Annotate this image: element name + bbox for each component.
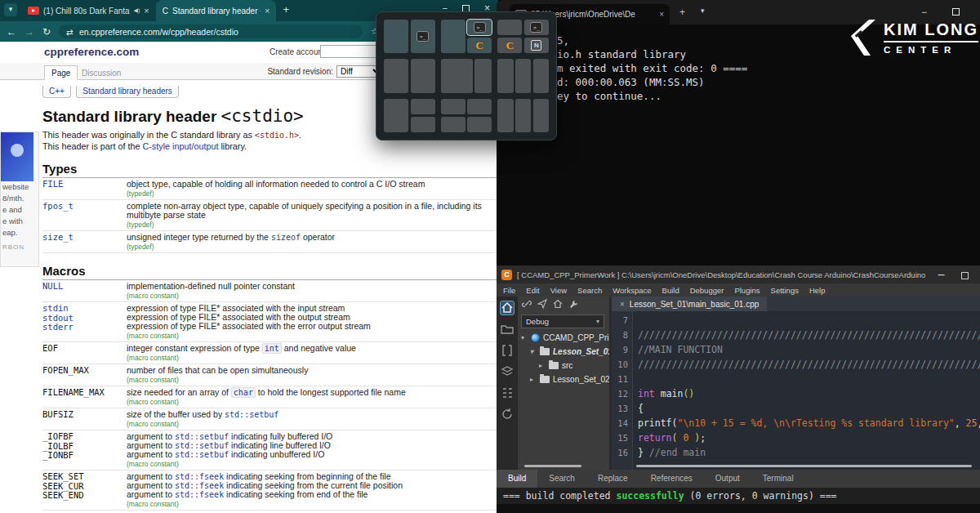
snap-layout-tile[interactable] xyxy=(441,59,492,92)
text-span[interactable]: char xyxy=(231,387,256,398)
audio-speaker-icon[interactable]: ◀) xyxy=(134,7,140,14)
snap-zone[interactable] xyxy=(497,59,513,92)
breadcrumb-headers[interactable]: Standard library headers xyxy=(76,86,179,98)
editor-scrollbar[interactable] xyxy=(636,465,972,467)
snap-zone[interactable] xyxy=(441,59,473,92)
breadcrumb-cpp[interactable]: C++ xyxy=(42,86,71,98)
editor-tab[interactable]: × Lesson_Set_01\main_basic_01.cpp xyxy=(612,297,767,311)
tab-discussion[interactable]: Discussion xyxy=(82,69,121,78)
ide-maximize-button[interactable] xyxy=(961,272,969,279)
inline-link[interactable]: std::setbuf xyxy=(175,441,229,450)
new-tab-button[interactable]: + xyxy=(276,0,296,21)
menu-workspace[interactable]: Workspace xyxy=(612,286,651,295)
tree-item[interactable]: ▸Lesson_Set_02 xyxy=(518,372,609,386)
terminal-body[interactable]: 5,io.h standard librarym exited with exi… xyxy=(497,25,980,266)
bottom-tab-search[interactable]: Search xyxy=(537,470,586,488)
ide-minimize-button[interactable]: − xyxy=(938,268,945,283)
snap-zone[interactable] xyxy=(441,99,466,114)
outline-panel-icon[interactable] xyxy=(501,386,514,399)
snap-zone[interactable] xyxy=(474,59,492,92)
tree-item[interactable]: ▾CCAMD_CPP_Prin xyxy=(518,331,609,345)
text-span[interactable]: int xyxy=(262,343,282,354)
snap-zone[interactable]: >_ xyxy=(524,20,549,35)
bottom-tab-build[interactable]: Build xyxy=(497,470,537,488)
snap-zone[interactable]: >_ xyxy=(467,20,492,35)
menu-help[interactable]: Help xyxy=(809,286,826,295)
inline-link[interactable]: std::setbuf xyxy=(225,410,278,419)
sidebar-scrollbar[interactable] xyxy=(524,465,581,467)
link-icon[interactable] xyxy=(522,297,532,312)
snap-layout-tile[interactable] xyxy=(384,59,435,92)
bottom-tab-references[interactable]: References xyxy=(639,470,704,488)
row-name-link[interactable]: FILE xyxy=(42,180,127,190)
snap-zone[interactable] xyxy=(384,99,408,132)
snap-zone[interactable] xyxy=(497,20,522,35)
wrench-icon[interactable] xyxy=(568,297,578,312)
site-logo[interactable]: cppreference.com xyxy=(44,46,139,58)
snap-zone[interactable]: N xyxy=(524,38,549,53)
snap-layout-tile[interactable] xyxy=(384,99,435,132)
snap-zone[interactable] xyxy=(515,99,531,132)
menu-build[interactable]: Build xyxy=(662,286,679,295)
tab-close-icon[interactable]: × xyxy=(265,6,270,16)
tree-expander-icon[interactable]: ▸ xyxy=(539,362,546,369)
menu-edit[interactable]: Edit xyxy=(526,286,539,295)
tab-page[interactable]: Page xyxy=(44,65,78,80)
editor-tab-close-icon[interactable]: × xyxy=(620,300,625,309)
menu-settings[interactable]: Settings xyxy=(771,286,799,295)
row-name-link[interactable]: stdin xyxy=(42,304,127,314)
inline-link[interactable]: C-style input/output xyxy=(142,141,218,151)
layers-panel-icon[interactable] xyxy=(501,365,514,378)
menu-search[interactable]: Search xyxy=(577,286,602,295)
bottom-tab-output[interactable]: Output xyxy=(704,470,751,488)
snap-layout-tile[interactable]: >_ xyxy=(384,20,435,53)
snap-zone[interactable] xyxy=(467,117,492,132)
snap-zone[interactable] xyxy=(441,20,466,53)
snap-zone[interactable] xyxy=(533,99,549,132)
snap-zone[interactable] xyxy=(515,59,531,92)
inline-link[interactable]: sizeof xyxy=(271,233,301,242)
bottom-tab-terminal[interactable]: Terminal xyxy=(751,470,805,488)
snap-zone[interactable] xyxy=(411,59,435,92)
tree-expander-icon[interactable]: ▾ xyxy=(521,334,528,341)
reload-icon[interactable]: ↻ xyxy=(42,26,51,38)
browser-tab[interactable]: (1) Chill 80s Dark Fanta◀)× xyxy=(21,0,156,21)
row-name-link[interactable]: NULL xyxy=(42,282,127,292)
inline-link[interactable]: std::setbuf xyxy=(175,432,229,441)
menu-view[interactable]: View xyxy=(550,286,567,295)
snap-zone[interactable] xyxy=(467,99,492,114)
snap-zone[interactable] xyxy=(533,59,549,92)
tree-item[interactable]: ▾Lesson_Set_01 xyxy=(518,345,609,359)
tree-expander-icon[interactable]: ▸ xyxy=(530,376,537,383)
inline-link[interactable]: std::fseek xyxy=(175,472,224,481)
build-config-select[interactable]: Debug▾ xyxy=(521,314,604,328)
row-name-link[interactable]: stderr xyxy=(42,323,127,332)
terminal-dropdown-icon[interactable]: ▾ xyxy=(701,7,705,15)
terminal-tab-close-icon[interactable]: × xyxy=(659,10,664,19)
tree-expander-icon[interactable]: ▾ xyxy=(530,348,537,355)
snap-zone[interactable] xyxy=(497,99,513,132)
home-small-icon[interactable] xyxy=(553,297,563,312)
tab-close-icon[interactable]: × xyxy=(144,6,149,16)
snap-zone[interactable] xyxy=(411,117,435,132)
row-name-link[interactable]: fpos_t xyxy=(42,202,127,212)
back-icon[interactable]: ← xyxy=(7,26,16,38)
inline-link[interactable]: std::setbuf xyxy=(175,450,229,459)
browser-tab[interactable]: CStandard library header <cstdi× xyxy=(156,0,277,21)
create-account-link[interactable]: Create account xyxy=(270,47,325,56)
snap-zone[interactable] xyxy=(384,20,408,53)
snap-zone[interactable]: C xyxy=(467,38,492,53)
folder-panel-icon[interactable] xyxy=(501,323,514,336)
refresh-panel-icon[interactable] xyxy=(501,408,514,421)
url-bar[interactable]: ⇄ en.cppreference.com/w/cpp/header/cstdi… xyxy=(59,25,363,38)
snap-zone[interactable] xyxy=(411,99,435,114)
sidebar-ad[interactable]: website8/mth.e ande witheap. RBON xyxy=(0,132,39,267)
snap-layout-tile[interactable] xyxy=(441,99,492,132)
terminal-minimize-button[interactable]: − xyxy=(921,7,927,18)
row-name-link[interactable]: size_t xyxy=(42,233,127,243)
forward-icon[interactable]: → xyxy=(24,26,34,38)
tab-menu-button[interactable]: ▾ xyxy=(4,3,17,16)
terminal-new-tab-button[interactable]: + xyxy=(679,7,685,18)
code-editor[interactable]: 78910111213141516 //////////////////////… xyxy=(612,311,980,470)
snap-zone[interactable] xyxy=(441,117,466,132)
